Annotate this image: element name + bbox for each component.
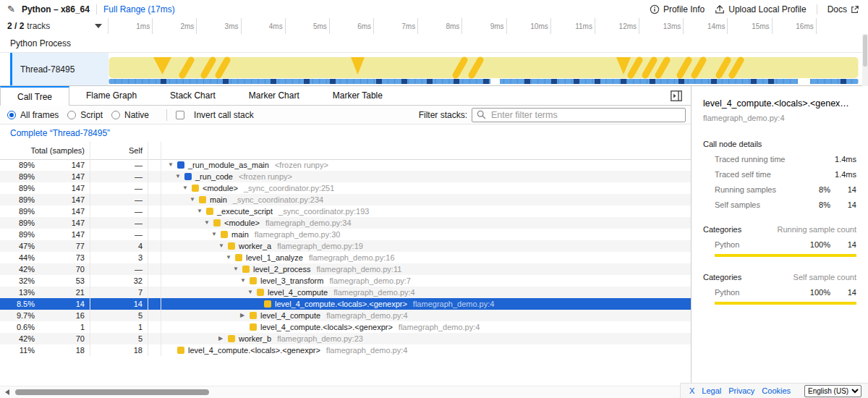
time-ruler: 1ms2ms3ms4ms5ms6ms7ms8ms9ms10ms11ms12ms1… xyxy=(109,18,868,34)
detail-label: Traced running time xyxy=(715,155,799,164)
tab-marker-chart[interactable]: Marker Chart xyxy=(232,86,316,105)
category-yellow-icon xyxy=(250,312,257,319)
analysis-panel: Call TreeFlame GraphStack ChartMarker Ch… xyxy=(0,86,691,398)
thread-activity-graph[interactable] xyxy=(109,53,861,85)
ruler-tick: 8ms xyxy=(418,18,462,34)
collapse-icon[interactable]: ▼ xyxy=(168,162,177,168)
column-header-total[interactable]: Total (samples) xyxy=(0,142,90,159)
collapse-icon[interactable]: ▼ xyxy=(247,289,257,295)
language-select[interactable]: English (US) xyxy=(804,385,861,397)
file-location: _sync_coordinator.py:251 xyxy=(244,184,334,192)
cell-spacer xyxy=(148,159,161,171)
cell-spacer xyxy=(148,182,161,194)
cell-function: level_4_compute.<locals>.<genexpr>flameg… xyxy=(161,300,691,308)
tab-call-tree[interactable]: Call Tree xyxy=(0,86,69,106)
table-row[interactable]: 11%1818level_4_compute.<locals>.<genexpr… xyxy=(0,344,691,356)
cell-total: 16 xyxy=(36,310,90,321)
radio-script[interactable]: Script xyxy=(67,110,103,120)
cell-spacer xyxy=(148,229,161,240)
table-row[interactable]: 89%147—▼_execute_script_sync_coordinator… xyxy=(0,206,691,217)
column-header-self[interactable]: Self xyxy=(90,142,148,159)
cell-pct: 89% xyxy=(0,195,36,204)
detail-percent xyxy=(799,170,830,179)
footer-link-x[interactable]: X xyxy=(689,386,694,395)
upload-profile-button[interactable]: Upload Local Profile xyxy=(715,4,806,14)
category-yellow-icon xyxy=(242,266,250,273)
cell-total: 147 xyxy=(36,194,90,206)
table-row[interactable]: 89%147—▼mainflamegraph_demo.py:30 xyxy=(0,229,691,240)
tab-flame-graph[interactable]: Flame Graph xyxy=(69,86,153,105)
table-row[interactable]: 89%147—▼<module>_sync_coordinator.py:251 xyxy=(0,182,691,194)
invert-call-stack-checkbox[interactable]: Invert call stack xyxy=(176,110,254,120)
sidebar-toggle-button[interactable] xyxy=(671,86,691,105)
expand-icon[interactable]: ▶ xyxy=(240,313,250,318)
full-range-link[interactable]: Full Range (17ms) xyxy=(103,4,175,14)
edit-profile-name-icon[interactable]: ✎ xyxy=(7,4,15,14)
cell-total: 147 xyxy=(36,182,90,194)
horizontal-scrollbar[interactable] xyxy=(0,386,691,398)
footer-link-privacy[interactable]: Privacy xyxy=(728,386,754,395)
collapse-icon[interactable]: ▼ xyxy=(226,255,235,261)
table-row[interactable]: 32%5332▼level_3_transformflamegraph_demo… xyxy=(0,275,691,287)
table-row[interactable]: 9.7%165▶level_4_computeflamegraph_demo.p… xyxy=(0,310,691,321)
collapse-icon[interactable]: ▼ xyxy=(233,266,242,272)
category-yellow-icon xyxy=(228,335,235,342)
detail-value: 14 xyxy=(830,185,856,194)
radio-native[interactable]: Native xyxy=(111,110,149,120)
divider xyxy=(817,4,817,14)
collapse-icon[interactable]: ▼ xyxy=(197,208,206,214)
table-row[interactable]: 0.6%11level_4_compute.<locals>.<genexpr>… xyxy=(0,321,691,333)
table-row[interactable]: 42%705▶worker_bflamegraph_demo.py:23 xyxy=(0,333,691,344)
cell-self: 14 xyxy=(90,298,148,310)
docs-link[interactable]: Docs xyxy=(827,4,859,14)
category-bar xyxy=(715,254,856,257)
table-row[interactable]: 8.5%1414level_4_compute.<locals>.<genexp… xyxy=(0,298,691,310)
filter-stacks-input[interactable] xyxy=(490,109,681,121)
table-row[interactable]: 89%147—▼_run_code<frozen runpy> xyxy=(0,171,691,182)
table-row[interactable]: 89%147—▼main_sync_coordinator.py:234 xyxy=(0,194,691,206)
cell-total: 147 xyxy=(36,159,90,171)
table-row[interactable]: 89%147—▼<module>flamegraph_demo.py:34 xyxy=(0,217,691,229)
tracks-visibility-dropdown[interactable]: 2 / 2 tracks xyxy=(0,18,109,34)
checkbox-unchecked[interactable] xyxy=(176,111,184,119)
footer-link-cookies[interactable]: Cookies xyxy=(762,386,791,395)
collapse-icon[interactable]: ▼ xyxy=(218,243,228,249)
radio-unchecked-icon[interactable] xyxy=(111,111,120,119)
breadcrumb[interactable]: Complete “Thread-78495” xyxy=(10,128,110,138)
radio-all-frames[interactable]: All frames xyxy=(7,110,59,120)
expand-icon[interactable]: ▶ xyxy=(218,336,228,342)
cell-self: 5 xyxy=(90,310,148,321)
table-row[interactable]: 42%70—▼level_2_processflamegraph_demo.py… xyxy=(0,263,691,275)
process-track-row[interactable]: Python Process xyxy=(0,34,868,53)
collapse-icon[interactable]: ▼ xyxy=(240,278,250,284)
tab-marker-table[interactable]: Marker Table xyxy=(316,86,399,105)
collapse-icon[interactable]: ▼ xyxy=(211,232,221,237)
thread-label[interactable]: Thread-78495 xyxy=(12,53,109,85)
call-node-details: Traced running time1.4msTraced self time… xyxy=(703,155,856,209)
collapse-icon[interactable]: ▼ xyxy=(175,174,184,179)
tab-stack-chart[interactable]: Stack Chart xyxy=(153,86,232,105)
file-location: _sync_coordinator.py:193 xyxy=(278,207,369,216)
scroll-left-arrow-icon[interactable] xyxy=(2,389,9,395)
info-icon xyxy=(650,4,660,14)
tracks-vertical-scrollbar[interactable] xyxy=(862,34,868,86)
radio-unchecked-icon[interactable] xyxy=(67,111,76,119)
collapse-icon[interactable]: ▼ xyxy=(190,197,199,203)
table-row[interactable]: 44%733▼level_1_analyzeflamegraph_demo.py… xyxy=(0,252,691,263)
footer-link-legal[interactable]: Legal xyxy=(702,386,721,395)
cell-spacer xyxy=(148,275,161,287)
scrollbar-thumb[interactable] xyxy=(863,35,867,67)
table-row[interactable]: 89%147—▼_run_module_as_main<frozen runpy… xyxy=(0,159,691,171)
scrollbar-thumb[interactable] xyxy=(15,389,209,395)
cell-spacer xyxy=(148,287,161,298)
category-row: Python100%14 xyxy=(703,288,856,297)
profile-info-button[interactable]: Profile Info xyxy=(650,4,705,14)
collapse-icon[interactable]: ▼ xyxy=(204,220,213,226)
cell-pct: 89% xyxy=(0,184,36,192)
table-row[interactable]: 13%217▼level_4_computeflamegraph_demo.py… xyxy=(0,287,691,298)
collapse-icon[interactable]: ▼ xyxy=(182,185,192,191)
thread-track-row[interactable]: Thread-78495 xyxy=(0,53,868,86)
ruler-tick: 16ms xyxy=(773,18,817,34)
radio-checked-icon[interactable] xyxy=(7,111,16,119)
table-row[interactable]: 47%774▼worker_aflamegraph_demo.py:19 xyxy=(0,240,691,252)
